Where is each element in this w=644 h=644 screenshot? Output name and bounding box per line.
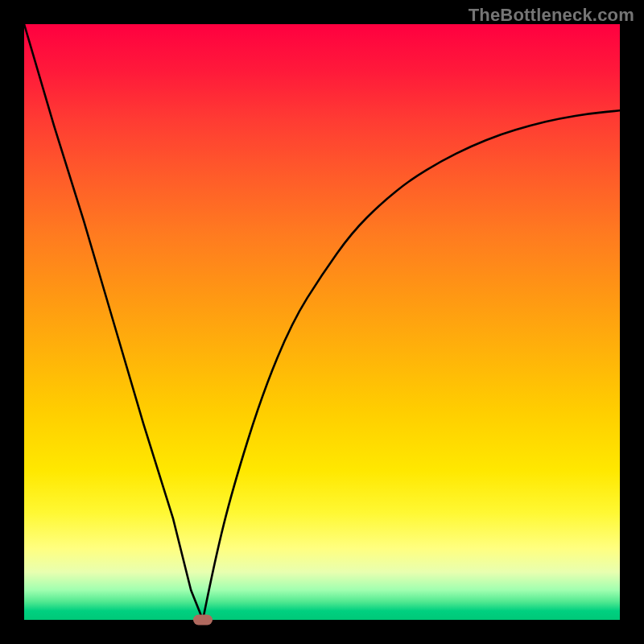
watermark-text: TheBottleneck.com bbox=[469, 5, 634, 26]
left-branch-path bbox=[24, 24, 203, 620]
curve-svg bbox=[24, 24, 620, 620]
right-branch-path bbox=[203, 110, 620, 620]
minimum-marker bbox=[193, 615, 213, 625]
plot-area bbox=[24, 24, 620, 620]
chart-stage: TheBottleneck.com bbox=[0, 0, 644, 644]
